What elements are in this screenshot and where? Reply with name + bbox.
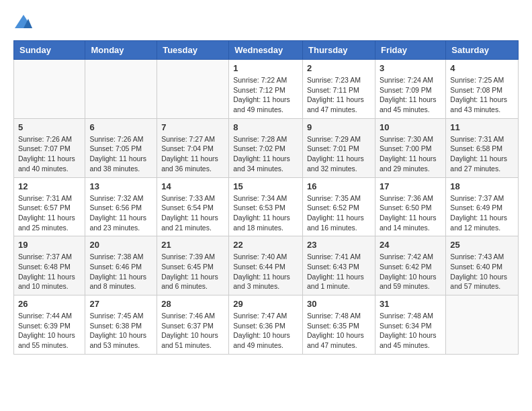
day-number: 8	[233, 122, 298, 132]
day-info: Sunrise: 7:48 AM Sunset: 6:35 PM Dayligh…	[307, 311, 371, 351]
day-number: 12	[18, 181, 81, 191]
day-info: Sunrise: 7:40 AM Sunset: 6:44 PM Dayligh…	[233, 252, 298, 291]
day-info: Sunrise: 7:42 AM Sunset: 6:42 PM Dayligh…	[380, 252, 441, 291]
day-number: 31	[380, 299, 441, 309]
calendar-cell: 14Sunrise: 7:33 AM Sunset: 6:54 PM Dayli…	[157, 177, 229, 236]
day-number: 2	[307, 63, 371, 73]
day-info: Sunrise: 7:41 AM Sunset: 6:43 PM Dayligh…	[307, 252, 371, 291]
calendar-week-row: 19Sunrise: 7:37 AM Sunset: 6:48 PM Dayli…	[14, 236, 519, 295]
day-info: Sunrise: 7:46 AM Sunset: 6:37 PM Dayligh…	[161, 311, 224, 351]
day-number: 28	[161, 299, 224, 309]
day-number: 20	[89, 240, 152, 250]
calendar-week-row: 1Sunrise: 7:22 AM Sunset: 7:12 PM Daylig…	[14, 60, 519, 119]
logo-icon	[13, 13, 34, 34]
day-number: 23	[307, 240, 371, 250]
day-number: 14	[161, 181, 224, 191]
day-info: Sunrise: 7:28 AM Sunset: 7:02 PM Dayligh…	[233, 134, 298, 174]
calendar-cell: 8Sunrise: 7:28 AM Sunset: 7:02 PM Daylig…	[229, 118, 303, 177]
calendar-table: SundayMondayTuesdayWednesdayThursdayFrid…	[13, 40, 519, 355]
calendar-cell: 7Sunrise: 7:27 AM Sunset: 7:04 PM Daylig…	[157, 118, 229, 177]
day-info: Sunrise: 7:43 AM Sunset: 6:40 PM Dayligh…	[450, 252, 514, 291]
day-number: 4	[450, 63, 514, 73]
day-number: 13	[89, 181, 152, 191]
day-number: 24	[380, 240, 441, 250]
day-number: 25	[450, 240, 514, 250]
calendar-cell: 4Sunrise: 7:25 AM Sunset: 7:08 PM Daylig…	[446, 60, 519, 119]
calendar-week-row: 12Sunrise: 7:31 AM Sunset: 6:57 PM Dayli…	[14, 177, 519, 236]
day-number: 5	[18, 122, 81, 132]
weekday-header: Saturday	[446, 41, 519, 60]
calendar-cell: 5Sunrise: 7:26 AM Sunset: 7:07 PM Daylig…	[14, 118, 85, 177]
day-info: Sunrise: 7:31 AM Sunset: 6:58 PM Dayligh…	[450, 134, 514, 174]
day-number: 11	[450, 122, 514, 132]
day-number: 30	[307, 299, 371, 309]
weekday-header: Thursday	[303, 41, 375, 60]
day-info: Sunrise: 7:24 AM Sunset: 7:09 PM Dayligh…	[380, 75, 441, 115]
day-info: Sunrise: 7:26 AM Sunset: 7:05 PM Dayligh…	[89, 134, 152, 174]
day-info: Sunrise: 7:36 AM Sunset: 6:50 PM Dayligh…	[380, 193, 441, 233]
calendar-cell: 26Sunrise: 7:44 AM Sunset: 6:39 PM Dayli…	[14, 295, 85, 355]
calendar-cell: 9Sunrise: 7:29 AM Sunset: 7:01 PM Daylig…	[303, 118, 375, 177]
day-info: Sunrise: 7:39 AM Sunset: 6:45 PM Dayligh…	[161, 252, 224, 291]
logo	[13, 13, 36, 34]
calendar-cell: 30Sunrise: 7:48 AM Sunset: 6:35 PM Dayli…	[303, 295, 375, 355]
weekday-header: Sunday	[14, 41, 85, 60]
day-info: Sunrise: 7:22 AM Sunset: 7:12 PM Dayligh…	[233, 75, 298, 115]
day-info: Sunrise: 7:32 AM Sunset: 6:56 PM Dayligh…	[89, 193, 152, 233]
calendar-header-row: SundayMondayTuesdayWednesdayThursdayFrid…	[14, 41, 519, 60]
day-info: Sunrise: 7:34 AM Sunset: 6:53 PM Dayligh…	[233, 193, 298, 233]
calendar-week-row: 26Sunrise: 7:44 AM Sunset: 6:39 PM Dayli…	[14, 295, 519, 355]
day-number: 1	[233, 63, 298, 73]
day-info: Sunrise: 7:27 AM Sunset: 7:04 PM Dayligh…	[161, 134, 224, 174]
calendar-cell: 11Sunrise: 7:31 AM Sunset: 6:58 PM Dayli…	[446, 118, 519, 177]
day-number: 21	[161, 240, 224, 250]
day-info: Sunrise: 7:35 AM Sunset: 6:52 PM Dayligh…	[307, 193, 371, 233]
day-number: 29	[233, 299, 298, 309]
day-info: Sunrise: 7:37 AM Sunset: 6:49 PM Dayligh…	[450, 193, 514, 233]
calendar-cell: 24Sunrise: 7:42 AM Sunset: 6:42 PM Dayli…	[375, 236, 445, 295]
day-info: Sunrise: 7:37 AM Sunset: 6:48 PM Dayligh…	[18, 252, 81, 291]
weekday-header: Wednesday	[229, 41, 303, 60]
calendar-cell: 13Sunrise: 7:32 AM Sunset: 6:56 PM Dayli…	[85, 177, 157, 236]
day-info: Sunrise: 7:26 AM Sunset: 7:07 PM Dayligh…	[18, 134, 81, 174]
day-number: 22	[233, 240, 298, 250]
calendar-cell: 2Sunrise: 7:23 AM Sunset: 7:11 PM Daylig…	[303, 60, 375, 119]
day-info: Sunrise: 7:47 AM Sunset: 6:36 PM Dayligh…	[233, 311, 298, 351]
calendar-cell: 12Sunrise: 7:31 AM Sunset: 6:57 PM Dayli…	[14, 177, 85, 236]
calendar-cell: 25Sunrise: 7:43 AM Sunset: 6:40 PM Dayli…	[446, 236, 519, 295]
calendar-week-row: 5Sunrise: 7:26 AM Sunset: 7:07 PM Daylig…	[14, 118, 519, 177]
day-number: 3	[380, 63, 441, 73]
day-info: Sunrise: 7:23 AM Sunset: 7:11 PM Dayligh…	[307, 75, 371, 115]
calendar-cell: 23Sunrise: 7:41 AM Sunset: 6:43 PM Dayli…	[303, 236, 375, 295]
day-number: 10	[380, 122, 441, 132]
calendar-cell: 18Sunrise: 7:37 AM Sunset: 6:49 PM Dayli…	[446, 177, 519, 236]
calendar-cell: 17Sunrise: 7:36 AM Sunset: 6:50 PM Dayli…	[375, 177, 445, 236]
day-info: Sunrise: 7:25 AM Sunset: 7:08 PM Dayligh…	[450, 75, 514, 115]
day-info: Sunrise: 7:48 AM Sunset: 6:34 PM Dayligh…	[380, 311, 441, 351]
calendar-cell	[446, 295, 519, 355]
calendar-cell: 16Sunrise: 7:35 AM Sunset: 6:52 PM Dayli…	[303, 177, 375, 236]
calendar-cell: 31Sunrise: 7:48 AM Sunset: 6:34 PM Dayli…	[375, 295, 445, 355]
calendar-cell: 15Sunrise: 7:34 AM Sunset: 6:53 PM Dayli…	[229, 177, 303, 236]
weekday-header: Monday	[85, 41, 157, 60]
calendar-cell	[14, 60, 85, 119]
day-info: Sunrise: 7:31 AM Sunset: 6:57 PM Dayligh…	[18, 193, 81, 233]
calendar-cell: 6Sunrise: 7:26 AM Sunset: 7:05 PM Daylig…	[85, 118, 157, 177]
day-number: 17	[380, 181, 441, 191]
calendar-cell: 28Sunrise: 7:46 AM Sunset: 6:37 PM Dayli…	[157, 295, 229, 355]
page-header	[13, 13, 519, 34]
day-number: 16	[307, 181, 371, 191]
calendar-cell: 10Sunrise: 7:30 AM Sunset: 7:00 PM Dayli…	[375, 118, 445, 177]
calendar-cell	[85, 60, 157, 119]
day-info: Sunrise: 7:45 AM Sunset: 6:38 PM Dayligh…	[89, 311, 152, 351]
day-info: Sunrise: 7:44 AM Sunset: 6:39 PM Dayligh…	[18, 311, 81, 351]
day-number: 7	[161, 122, 224, 132]
calendar-cell: 19Sunrise: 7:37 AM Sunset: 6:48 PM Dayli…	[14, 236, 85, 295]
day-number: 26	[18, 299, 81, 309]
day-number: 9	[307, 122, 371, 132]
day-number: 18	[450, 181, 514, 191]
day-number: 6	[89, 122, 152, 132]
calendar-cell: 22Sunrise: 7:40 AM Sunset: 6:44 PM Dayli…	[229, 236, 303, 295]
calendar-cell: 1Sunrise: 7:22 AM Sunset: 7:12 PM Daylig…	[229, 60, 303, 119]
calendar-cell: 21Sunrise: 7:39 AM Sunset: 6:45 PM Dayli…	[157, 236, 229, 295]
